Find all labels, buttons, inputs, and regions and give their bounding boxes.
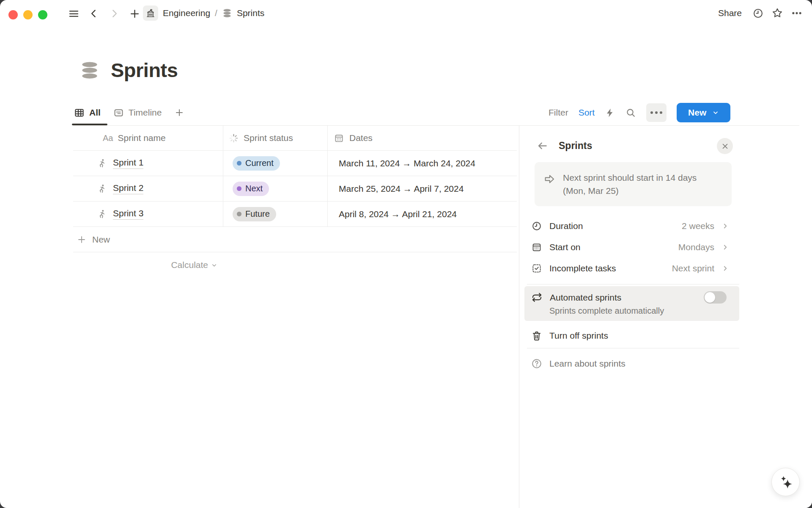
new-record-button[interactable]: New (677, 103, 730, 122)
sprint-page-link[interactable]: Sprint 1 (113, 157, 143, 169)
chevron-down-icon (211, 262, 217, 268)
updates-button[interactable] (750, 6, 765, 21)
date-range-cell[interactable]: April 8, 2024 → April 21, 2024 (328, 202, 517, 226)
table-header-row: Aa Sprint name Sprint status Dates (73, 126, 517, 151)
database-icon (222, 8, 232, 18)
traffic-lights (8, 10, 47, 19)
breadcrumb-team[interactable]: Engineering (163, 8, 210, 18)
breadcrumb-page[interactable]: Sprints (237, 8, 264, 18)
new-row-button[interactable]: New (73, 227, 517, 252)
star-icon (771, 7, 783, 19)
clock-icon (752, 8, 764, 19)
learn-about-sprints-link[interactable]: Learn about sprints (531, 354, 812, 373)
chevron-right-icon (109, 8, 120, 19)
chevron-right-icon (721, 222, 729, 230)
sprint-page-link[interactable]: Sprint 3 (113, 208, 143, 220)
running-person-icon (97, 184, 107, 194)
table-row[interactable]: Sprint 2 Next March 25, 2024 → April 7, … (73, 176, 517, 202)
status-pill[interactable]: Current (233, 156, 280, 171)
zoom-window-button[interactable] (38, 10, 47, 19)
tab-all-label: All (89, 108, 101, 118)
table-row[interactable]: Sprint 1 Current March 11, 2024 → March … (73, 151, 517, 176)
share-button[interactable]: Share (714, 6, 746, 20)
teamspace-icon-box[interactable] (143, 6, 158, 21)
divider (527, 348, 739, 348)
timeline-view-icon (113, 108, 124, 118)
notion-window: Engineering / Sprints Share Sprint (0, 0, 812, 508)
sidebar-toggle-button[interactable] (66, 6, 81, 21)
sprint-page-link[interactable]: Sprint 2 (113, 183, 143, 194)
breadcrumb: Engineering / Sprints (143, 6, 264, 21)
date-range-cell[interactable]: March 25, 2024 → April 7, 2024 (328, 176, 517, 201)
tab-all[interactable]: All (74, 100, 101, 125)
tab-timeline[interactable]: Timeline (113, 100, 162, 125)
setting-incomplete-tasks[interactable]: Incomplete tasks Next sprint (531, 258, 734, 279)
ellipsis-icon (650, 111, 653, 114)
new-page-button[interactable] (127, 6, 142, 21)
chevron-right-icon (721, 243, 729, 251)
sort-button[interactable]: Sort (579, 108, 595, 118)
status-pill[interactable]: Future (233, 207, 276, 221)
running-person-icon (97, 209, 107, 219)
setting-start-on[interactable]: Start on Mondays (531, 237, 734, 258)
turn-off-sprints-button[interactable]: Turn off sprints (531, 324, 812, 347)
setting-duration[interactable]: Duration 2 weeks (531, 215, 734, 237)
notice-line-2: (Mon, Mar 25) (563, 186, 619, 196)
arrow-left-icon[interactable] (536, 140, 549, 152)
status-spinner-icon (228, 133, 239, 144)
text-property-icon: Aa (103, 133, 113, 143)
repeat-icon (531, 292, 543, 303)
more-options-button[interactable] (789, 6, 804, 21)
close-window-button[interactable] (8, 10, 18, 19)
search-icon[interactable] (625, 108, 636, 118)
status-dot (237, 186, 241, 191)
notice-line-1: Next sprint should start in 14 days (563, 173, 697, 182)
close-icon (721, 143, 729, 150)
status-dot (237, 212, 241, 216)
chevron-down-icon[interactable] (712, 109, 719, 116)
plus-icon (129, 8, 140, 19)
running-person-icon (97, 158, 107, 168)
next-sprint-notice: Next sprint should start in 14 days (Mon… (535, 162, 732, 206)
plus-icon (77, 235, 87, 245)
column-header-dates[interactable]: Dates (328, 126, 517, 150)
column-header-sprint-name[interactable]: Aa Sprint name (73, 126, 223, 150)
add-view-button[interactable] (174, 100, 184, 125)
chevron-left-icon (88, 8, 99, 19)
minimize-window-button[interactable] (23, 10, 33, 19)
lightning-icon[interactable] (605, 108, 615, 118)
hamburger-icon (68, 8, 80, 19)
new-button-label: New (688, 108, 706, 118)
back-button[interactable] (86, 6, 102, 21)
sparkles-icon (779, 475, 793, 489)
divider (527, 284, 739, 284)
panel-title: Sprints (559, 140, 592, 152)
status-pill[interactable]: Next (233, 182, 269, 196)
chevron-right-icon (721, 265, 729, 272)
building-icon (145, 8, 156, 18)
view-options-button[interactable] (646, 103, 667, 122)
page-title[interactable]: Sprints (111, 58, 178, 82)
arrow-right-outline-icon (543, 173, 556, 197)
clock-icon (531, 221, 542, 232)
views-toolbar: All Timeline Filter Sort (73, 100, 799, 126)
filter-button[interactable]: Filter (549, 108, 568, 118)
date-range-cell[interactable]: March 11, 2024 → March 24, 2024 (328, 151, 517, 176)
sprint-settings-panel: Sprints Next sprint should start in 14 d… (519, 126, 812, 508)
favorite-button[interactable] (770, 6, 785, 21)
calculate-button[interactable]: Calculate (73, 252, 223, 270)
sprints-table: Aa Sprint name Sprint status Dates (73, 126, 517, 270)
automated-sprints-row[interactable]: Automated sprints Sprints complete autom… (524, 286, 739, 321)
calendar-icon (334, 133, 344, 144)
close-panel-button[interactable] (717, 138, 733, 154)
automated-sprints-toggle[interactable] (704, 291, 727, 304)
table-view-icon (74, 108, 85, 118)
table-row[interactable]: Sprint 3 Future April 8, 2024 → April 21… (73, 202, 517, 227)
forward-button[interactable] (107, 6, 122, 21)
notion-ai-button[interactable] (771, 468, 800, 496)
breadcrumb-separator: / (215, 8, 217, 18)
automated-sprints-description: Sprints complete automatically (549, 306, 739, 316)
column-header-sprint-status[interactable]: Sprint status (223, 126, 328, 150)
trash-icon (531, 330, 542, 341)
tab-timeline-label: Timeline (129, 108, 162, 118)
